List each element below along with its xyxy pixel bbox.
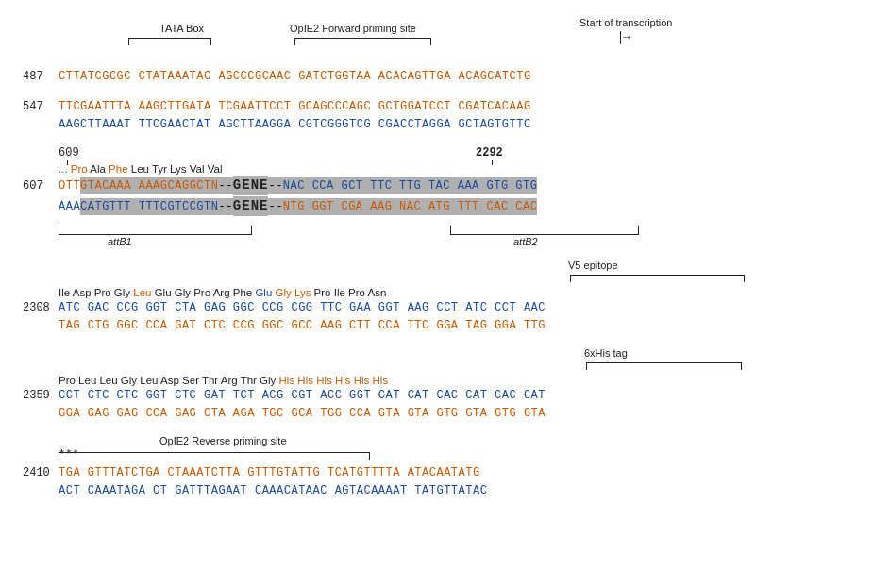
- line-num-487: 487: [23, 68, 59, 85]
- row-487: 487 CTTATCGCGC CTATAAATAC AGCCCGCAAC GAT…: [23, 68, 850, 85]
- seq-487-top: CTTATCGCGC CTATAAATAC AGCCCGCAAC GATCTGG…: [59, 68, 531, 85]
- aa-line-607: ... Pro Ala Phe Leu Tyr Lys Val Val: [59, 163, 850, 175]
- opie2-forward-label: OpIE2 Forward priming site: [290, 23, 416, 34]
- tata-box-label: TATA Box: [159, 23, 204, 34]
- attb1-label: attB1: [108, 236, 132, 247]
- aa-line-2308: Ile Asp Pro Gly Leu Glu Gly Pro Arg Phe …: [59, 287, 850, 298]
- seq-547-top: TTCGAATTTA AAGCTTGATA TCGAATTCCT GCAGCCC…: [59, 98, 531, 115]
- sixhis-label: 6xHis tag: [584, 347, 628, 359]
- v5-label: V5 epitope: [568, 260, 618, 271]
- seq-607-right-bot: NTG GGT CGA AAG NAC ATG TTT CAC CAC: [283, 198, 538, 215]
- row-2410: 2410 TGA GTTTATCTGA CTAAATCTTA GTTTGTATT…: [23, 464, 850, 499]
- line-num-2308: 2308: [23, 299, 59, 316]
- line-num-2359: 2359: [23, 387, 59, 404]
- seq-2359-bot: GGA GAG GAG CCA GAG CTA AGA TGC GCA TGG …: [59, 405, 546, 422]
- seq-607-dash-bot: ‑‑: [218, 198, 232, 215]
- seq-2410-top: TGA GTTTATCTGA CTAAATCTTA GTTTGTATTG TCA…: [59, 464, 480, 481]
- seq-607-dash2-bot: ‑‑: [268, 198, 282, 215]
- row-547: 547 TTCGAATTTA AAGCTTGATA TCGAATTCCT GCA…: [23, 98, 850, 133]
- seq-607-gene-bot: GENE: [233, 196, 269, 216]
- line-num-2410: 2410: [23, 464, 59, 481]
- seq-2308-bot: TAG CTG GGC CCA GAT CTC CCG GGC GCC AAG …: [59, 317, 546, 334]
- seq-607-gene: GENE: [233, 176, 269, 195]
- seq-607-left-bot: AAA: [59, 198, 80, 215]
- seq-2410-bot: ACT CAAATAGA CT GATTTAGAAT CAAACATAAC AG…: [59, 482, 487, 499]
- row-2359: 2359 CCT CTC CTC GGT CTC GAT TCT ACG CGT…: [23, 387, 850, 422]
- seq-607-dash2-top: ‑‑: [268, 177, 282, 194]
- seq-547-bot: AAGCTTAAAT TTCGAACTAT AGCTTAAGGA CGTCGGG…: [59, 116, 531, 133]
- opie2-reverse-label: OpIE2 Reverse priming site: [159, 435, 287, 446]
- transcription-arrow: →: [623, 30, 630, 44]
- num-609: 609: [59, 146, 79, 160]
- attb2-label: attB2: [513, 236, 538, 247]
- start-transcription-label: Start of transcription: [579, 17, 672, 28]
- num-2292: 2292: [476, 146, 503, 160]
- seq-607-right-top: NAC CCA GCT TTC TTG TAC AAA GTG GTG: [283, 177, 538, 194]
- aa-line-2359: Pro Leu Leu Gly Leu Asp Ser Thr Arg Thr …: [59, 375, 850, 386]
- line-num-547: 547: [23, 98, 59, 115]
- row-607: 607 OTTGTACAAA AAAGCAGGCTN ‑‑GENE‑‑ NAC …: [23, 176, 850, 216]
- seq-607-left-top: OTT: [59, 177, 80, 194]
- seq-607-dash-top: ‑‑: [218, 177, 232, 194]
- seq-2359-top: CCT CTC CTC GGT CTC GAT TCT ACG CGT ACC …: [59, 387, 546, 404]
- line-num-607: 607: [23, 177, 59, 194]
- seq-607-mid-left-top: GTACAAA AAAGCAGGCTN: [80, 177, 218, 194]
- row-2308: 2308 ATC GAC CCG GGT CTA GAG GGC CCG CGG…: [23, 299, 850, 334]
- seq-607-mid-left-bot: CATGTTT TTTCGTCCGTN: [80, 198, 218, 215]
- seq-2308-top: ATC GAC CCG GGT CTA GAG GGC CCG CGG TTC …: [59, 299, 546, 316]
